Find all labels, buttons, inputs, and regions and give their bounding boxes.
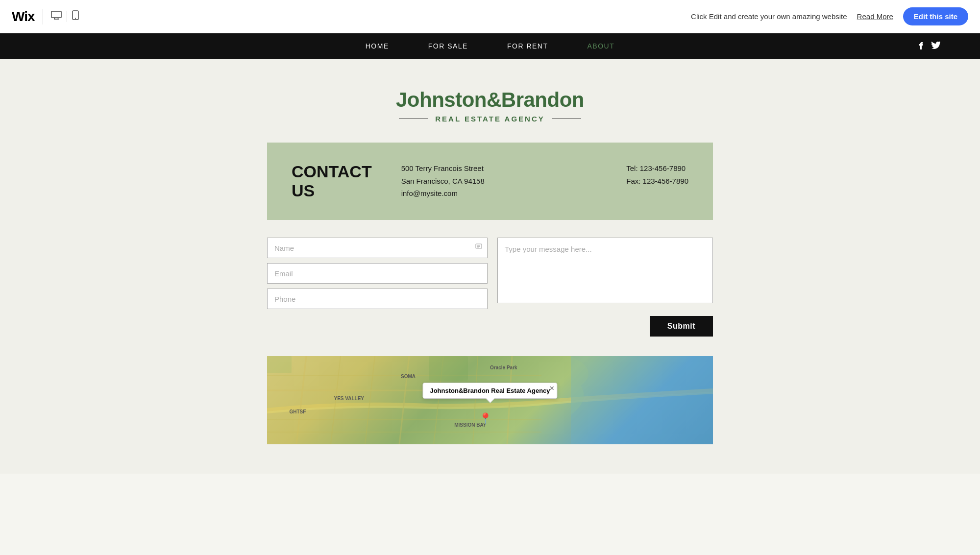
brand-ampersand: &	[487, 88, 501, 111]
svg-line-11	[331, 356, 341, 444]
tooltip-text: Johnston&Brandon Real Estate Agency	[430, 387, 550, 394]
nav-social-icons	[918, 41, 941, 52]
nav-item-home[interactable]: HOME	[366, 42, 389, 50]
map-section: GHTSF YES VALLEY SOMA Oracle Park MISSIO…	[267, 356, 713, 444]
twitter-icon[interactable]	[931, 41, 941, 51]
submit-row: Submit	[267, 316, 713, 337]
svg-rect-23	[267, 356, 292, 373]
desktop-icon[interactable]	[51, 11, 62, 22]
fax-number: Fax: 123-456-7890	[626, 175, 688, 188]
device-divider	[67, 11, 67, 22]
svg-line-16	[507, 356, 512, 444]
address-line1: 500 Terry Francois Street	[401, 162, 485, 175]
svg-rect-22	[429, 356, 468, 381]
promo-text: Click Edit and create your own amazing w…	[691, 12, 847, 21]
top-bar-left: Wix	[12, 9, 79, 24]
nav-item-about[interactable]: ABOUT	[588, 42, 615, 50]
contact-title: CONTACT US	[292, 162, 372, 200]
device-icons	[51, 10, 79, 23]
tooltip-close[interactable]: ✕	[549, 385, 554, 392]
top-bar-right: Click Edit and create your own amazing w…	[691, 7, 968, 25]
contact-phone: Tel: 123-456-7890 Fax: 123-456-7890	[626, 162, 688, 187]
logo-section: Johnston&Brandon Real Estate Agency	[0, 78, 980, 123]
tel-number: Tel: 123-456-7890	[626, 162, 688, 175]
main-content: Johnston&Brandon Real Estate Agency CONT…	[0, 59, 980, 474]
brand-subtitle-row: Real Estate Agency	[0, 115, 980, 123]
nav-item-forrent[interactable]: FOR RENT	[507, 42, 548, 50]
submit-button[interactable]: Submit	[650, 316, 713, 337]
svg-line-12	[365, 356, 375, 444]
wix-logo: Wix	[12, 9, 35, 24]
map-background: GHTSF YES VALLEY SOMA Oracle Park MISSIO…	[267, 356, 713, 444]
svg-rect-0	[51, 11, 61, 18]
nav-bar: HOME FOR SALE FOR RENT ABOUT	[0, 33, 980, 59]
map-tooltip: ✕ Johnston&Brandon Real Estate Agency	[422, 383, 557, 399]
name-input[interactable]	[267, 238, 488, 258]
logo-line-left	[399, 119, 428, 120]
edit-site-button[interactable]: Edit this site	[903, 7, 968, 25]
svg-rect-21	[571, 356, 713, 444]
contact-email: info@mysite.com	[401, 187, 485, 200]
email-input[interactable]	[267, 263, 488, 284]
form-left-fields	[267, 238, 488, 309]
mobile-icon[interactable]	[72, 10, 79, 23]
brand-name-part2: Brandon	[501, 88, 584, 111]
brand-subtitle: Real Estate Agency	[435, 115, 544, 123]
logo-line-right	[552, 119, 581, 120]
message-textarea[interactable]	[497, 238, 713, 303]
read-more-link[interactable]: Read More	[857, 12, 893, 21]
nav-menu: HOME FOR SALE FOR RENT ABOUT	[366, 42, 615, 50]
top-bar: Wix Click Edit and creat	[0, 0, 980, 33]
form-section	[267, 220, 713, 309]
phone-input[interactable]	[267, 289, 488, 309]
svg-line-15	[473, 356, 478, 444]
contact-block: CONTACT US 500 Terry Francois Street San…	[267, 143, 713, 220]
brand-name-part1: Johnston	[396, 88, 487, 111]
brand-name: Johnston&Brandon	[0, 88, 980, 112]
svg-point-5	[75, 18, 76, 19]
divider	[43, 9, 43, 24]
facebook-icon[interactable]	[918, 41, 923, 52]
svg-line-10	[296, 356, 306, 444]
contact-title-line1: CONTACT	[292, 162, 372, 181]
map-pin: 📍	[479, 412, 492, 425]
name-field-wrapper	[267, 238, 488, 258]
svg-line-13	[399, 356, 409, 444]
nav-item-forsale[interactable]: FOR SALE	[428, 42, 468, 50]
address-line2: San Francisco, CA 94158	[401, 175, 485, 188]
contact-address: 500 Terry Francois Street San Francisco,…	[401, 162, 485, 200]
contact-title-line2: US	[292, 181, 315, 200]
